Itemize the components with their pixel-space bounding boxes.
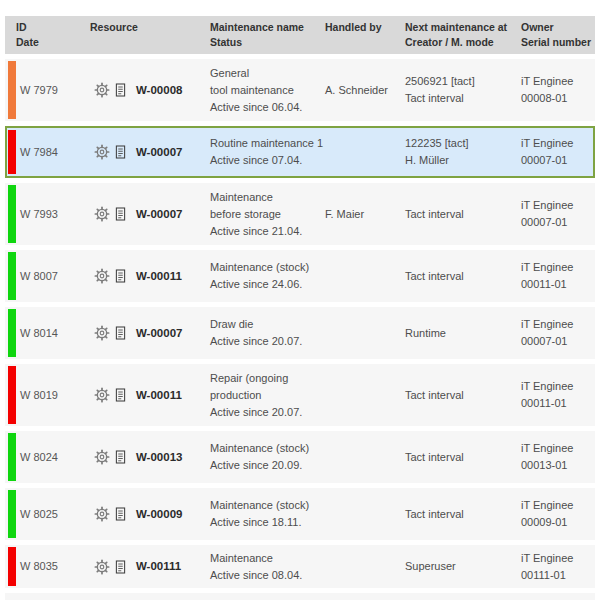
owner-cell: iT Enginee 00013-01: [521, 440, 595, 474]
resource-cell: W-00008: [90, 81, 210, 99]
maintenance-cell: Maintenance (stock) Active since 24.06.: [210, 259, 325, 293]
row-id-cell: W 7984: [20, 144, 90, 161]
header-handled-by[interactable]: Handled by: [325, 20, 405, 50]
maintenance-name-line: tool maintenance: [210, 82, 325, 99]
resource-code: W-00011: [136, 387, 182, 404]
header-maintenance-name-status[interactable]: Maintenance name Status: [210, 20, 325, 50]
serial-number: 00009-01: [521, 514, 595, 531]
header-line: Creator / M. mode: [405, 35, 521, 50]
maintenance-name-line: Maintenance (stock): [210, 440, 325, 457]
next-maintenance-cell: 122235 [tact] H. Müller: [405, 135, 521, 169]
maintenance-name-line: Maintenance (stock): [210, 259, 325, 276]
status-text: Active since 08.04.: [210, 567, 325, 584]
row-cells: W 8035 W-00111 Maintenance Active since …: [20, 545, 595, 588]
header-id-date[interactable]: ID Date: [16, 20, 90, 50]
table-row[interactable]: W 7979 W-00008 General tool maintenance …: [5, 59, 595, 121]
creator-mode-line: H. Müller: [405, 152, 521, 169]
maintenance-name-line: General: [210, 65, 325, 82]
document-icon[interactable]: [113, 324, 128, 342]
table-row[interactable]: W 8025 W-00009 Maintenance (stock) Activ…: [5, 488, 595, 540]
next-maintenance-line: Tact interval: [405, 449, 521, 466]
gear-icon[interactable]: [93, 324, 111, 342]
next-maintenance-cell: Superuser: [405, 558, 521, 575]
owner-cell: iT Enginee 00007-01: [521, 135, 593, 169]
row-cells: W 7979 W-00008 General tool maintenance …: [20, 59, 595, 121]
handled-by-cell: A. Schneider: [325, 82, 405, 99]
document-icon[interactable]: [113, 448, 128, 466]
document-icon[interactable]: [113, 386, 128, 404]
row-cells: W 7984 W-00007 Routine maintenance 1 Act…: [20, 128, 593, 176]
serial-number: 00011-01: [521, 276, 595, 293]
status-color-bar: [8, 433, 16, 481]
status-color-bar: [8, 309, 16, 357]
status-text: Active since 07.04.: [210, 152, 325, 169]
maintenance-cell: Maintenance before storage Active since …: [210, 189, 325, 240]
status-color-bar: [8, 130, 16, 174]
maintenance-cell: Maintenance Active since 08.04.: [210, 550, 325, 584]
document-icon[interactable]: [113, 81, 128, 99]
row-id-cell: W 8024: [20, 449, 90, 466]
next-maintenance-line: Tact interval: [405, 268, 521, 285]
serial-number: 00007-01: [521, 152, 593, 169]
gear-icon[interactable]: [93, 205, 111, 223]
maintenance-name-line: Repair (ongoing: [210, 370, 325, 387]
gear-icon[interactable]: [93, 143, 111, 161]
maintenance-cell: Draw die Active since 20.07.: [210, 316, 325, 350]
next-maintenance-cell: 2506921 [tact] Tact interval: [405, 73, 521, 107]
resource-code: W-00009: [136, 506, 182, 523]
gear-icon[interactable]: [93, 386, 111, 404]
document-icon[interactable]: [113, 505, 128, 523]
next-maintenance-cell: Tact interval: [405, 449, 521, 466]
document-icon[interactable]: [113, 205, 128, 223]
status-color-bar: [8, 185, 16, 243]
next-maintenance-cell: Tact interval: [405, 506, 521, 523]
row-cells: W 8025 W-00009 Maintenance (stock) Activ…: [20, 488, 595, 540]
resource-cell: W-00009: [90, 505, 210, 523]
gear-icon[interactable]: [93, 505, 111, 523]
gear-icon[interactable]: [93, 267, 111, 285]
handled-by-cell: F. Maier: [325, 206, 405, 223]
serial-number: 00008-01: [521, 90, 595, 107]
resource-code: W-00008: [136, 82, 182, 99]
row-id-cell: W 8035: [20, 558, 90, 575]
header-resource[interactable]: Resource: [90, 20, 210, 50]
owner-name: iT Enginee: [521, 550, 595, 567]
row-id-cell: W 7979: [20, 82, 90, 99]
document-icon[interactable]: [113, 558, 128, 576]
table-row[interactable]: W 8014 W-00007 Draw die Active since 20.…: [5, 307, 595, 359]
next-maintenance-line: Tact interval: [405, 506, 521, 523]
row-id-cell: W 8019: [20, 387, 90, 404]
table-row[interactable]: W 8024 W-00013 Maintenance (stock) Activ…: [5, 431, 595, 483]
row-id-cell: W 7993: [20, 206, 90, 223]
gear-icon[interactable]: [93, 448, 111, 466]
serial-number: 00007-01: [521, 214, 595, 231]
header-next-maintenance[interactable]: Next maintenance at Creator / M. mode: [405, 20, 521, 50]
owner-cell: iT Enginee 00111-01: [521, 550, 595, 584]
owner-name: iT Enginee: [521, 497, 595, 514]
owner-name: iT Enginee: [521, 135, 593, 152]
table-row-selected[interactable]: W 7984 W-00007 Routine maintenance 1 Act…: [5, 126, 595, 178]
resource-code: W-00007: [136, 325, 182, 342]
table-row[interactable]: W 8035 W-00111 Maintenance Active since …: [5, 545, 595, 588]
table-row[interactable]: W 8007 W-00011 Maintenance (stock) Activ…: [5, 250, 595, 302]
resource-code: W-00013: [136, 449, 182, 466]
header-line: Next maintenance at: [405, 20, 521, 35]
gear-icon[interactable]: [93, 81, 111, 99]
serial-number: 00007-01: [521, 333, 595, 350]
next-maintenance-line: 122235 [tact]: [405, 135, 521, 152]
next-maintenance-cell: Runtime: [405, 325, 521, 342]
status-text: Active since 20.09.: [210, 457, 325, 474]
maintenance-cell: General tool maintenance Active since 06…: [210, 65, 325, 116]
document-icon[interactable]: [113, 143, 128, 161]
status-text: Active since 24.06.: [210, 276, 325, 293]
maintenance-name-line: Maintenance: [210, 189, 325, 206]
status-color-bar: [8, 61, 16, 119]
header-line: Maintenance name: [210, 20, 325, 35]
owner-cell: iT Enginee 00011-01: [521, 378, 595, 412]
document-icon[interactable]: [113, 267, 128, 285]
table-row[interactable]: W 8019 W-00011 Repair (ongoing productio…: [5, 364, 595, 426]
header-owner-serial[interactable]: Owner Serial number: [521, 20, 595, 50]
table-row[interactable]: W 7993 W-00007 Maintenance before storag…: [5, 183, 595, 245]
gear-icon[interactable]: [93, 558, 111, 576]
resource-cell: W-00007: [90, 324, 210, 342]
